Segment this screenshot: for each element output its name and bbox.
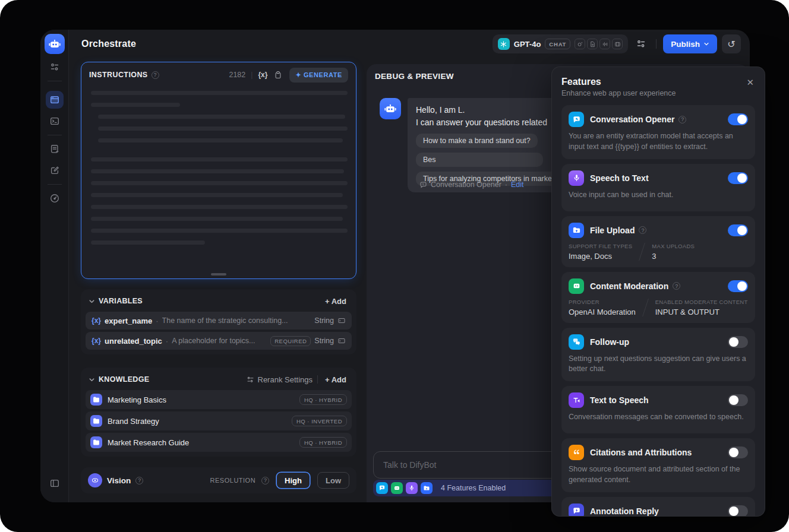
help-icon[interactable]: ? — [152, 71, 159, 79]
feature-card-content-moderation: Content Moderation ? PROVIDEROpenAI Mode… — [561, 272, 755, 323]
divider — [317, 375, 318, 384]
knowledge-row[interactable]: Market Research Guide HQ · HYBRID — [86, 433, 352, 452]
close-icon[interactable]: ✕ — [745, 77, 755, 88]
resolution-label: RESOLUTION — [210, 477, 256, 484]
variable-row[interactable]: {x} unrelated_topic · A placeholder for … — [86, 332, 352, 350]
chevron-down-icon[interactable] — [89, 298, 95, 305]
help-icon[interactable]: ? — [135, 477, 143, 484]
sidebar-item-annotations[interactable] — [46, 162, 64, 179]
instructions-label: INSTRUCTIONS — [89, 71, 148, 79]
feature-card-speech-to-text: Speech to Text Voice input can be used i… — [561, 164, 755, 211]
chevron-down-icon — [703, 41, 709, 47]
sliders-icon — [247, 376, 254, 384]
eye-icon — [88, 473, 102, 487]
vision-label: Vision — [107, 476, 131, 485]
suggested-question-chip[interactable]: Bes — [416, 153, 543, 167]
retrieval-badge: HQ · HYBRID — [299, 394, 347, 405]
features-panel: Features Enhance web app user experience… — [551, 66, 765, 517]
feature-card-file-upload: File Upload ? SUPPORT FILE TYPESImage, D… — [561, 216, 755, 267]
suggested-question-chip[interactable]: How to make a brand stand out? — [416, 134, 538, 148]
sidebar-divider — [48, 135, 62, 135]
model-tune-icon[interactable] — [633, 36, 649, 52]
speech-to-text-toggle[interactable] — [728, 172, 748, 184]
conversation-opener-toggle[interactable] — [728, 113, 748, 125]
sidebar-item-logs[interactable] — [46, 140, 64, 158]
sidebar-item-terminal[interactable] — [46, 112, 64, 130]
collapse-sidebar-icon[interactable] — [46, 474, 64, 492]
knowledge-row[interactable]: Marketing Basics HQ · HYBRID — [86, 390, 352, 409]
feature-card-citations: Citations and Attributions Show source d… — [561, 438, 755, 492]
resolution-high-button[interactable]: High — [276, 472, 310, 489]
follow-up-icon — [569, 334, 584, 350]
help-icon[interactable]: ? — [261, 477, 269, 484]
variable-icon: {x} — [91, 316, 101, 325]
file-upload-icon — [569, 223, 584, 238]
page-title: Orchestrate — [81, 39, 136, 49]
sliders-icon[interactable] — [50, 62, 59, 72]
insert-variable-icon[interactable]: {x} — [258, 71, 267, 79]
text-to-speech-toggle[interactable] — [728, 394, 748, 406]
char-count: 2182 — [229, 71, 245, 79]
feature-card-follow-up: Follow-up Setting up next questions sugg… — [561, 328, 755, 382]
help-icon[interactable]: ? — [678, 116, 686, 124]
chevron-down-icon[interactable] — [89, 376, 95, 383]
sidebar — [40, 30, 69, 502]
vision-section: Vision ? RESOLUTION ? High Low — [81, 467, 356, 493]
audio-capability-icon — [599, 39, 610, 49]
openai-icon — [498, 38, 510, 50]
rerank-settings-button[interactable]: Rerank Settings — [247, 375, 313, 384]
model-name: GPT-4o — [514, 40, 541, 49]
add-knowledge-button[interactable]: + Add — [323, 375, 349, 384]
annotation-reply-toggle[interactable] — [728, 505, 748, 517]
model-selector[interactable]: GPT-4o CHAT — [493, 34, 628, 53]
generate-button[interactable]: ✦ GENERATE — [289, 68, 348, 83]
file-upload-toggle[interactable] — [728, 224, 748, 236]
video-capability-icon — [612, 39, 623, 49]
variables-section: VARIABLES + Add {x} expert_name · The na… — [81, 289, 356, 354]
resolution-low-button[interactable]: Low — [317, 472, 349, 489]
sidebar-item-orchestrate[interactable] — [46, 91, 64, 109]
retrieval-badge: HQ · HYBRID — [299, 437, 347, 448]
header-divider — [656, 39, 657, 49]
knowledge-section: KNOWLEDGE Rerank Settings + Add Mar — [81, 368, 356, 457]
sidebar-divider — [48, 184, 62, 185]
citations-toggle[interactable] — [728, 446, 748, 458]
instructions-panel[interactable]: INSTRUCTIONS ? 2182 | {x} ✦ GENERATE — [81, 62, 356, 279]
copy-icon[interactable] — [274, 71, 282, 79]
add-variable-button[interactable]: + Add — [323, 297, 349, 306]
help-icon[interactable]: ? — [673, 282, 680, 290]
app-logo-robot-icon[interactable] — [45, 34, 65, 54]
edit-opener-link[interactable]: Edit — [511, 180, 524, 189]
instructions-skeleton[interactable] — [81, 87, 356, 245]
sidebar-item-monitoring[interactable] — [46, 189, 64, 207]
features-title: Features — [561, 77, 676, 87]
version-history-button[interactable]: ↺ — [722, 34, 741, 53]
debug-preview-title: DEBUG & PREVIEW — [375, 72, 454, 81]
conversation-opener-icon — [376, 482, 388, 494]
publish-button[interactable]: Publish — [663, 34, 717, 53]
follow-up-toggle[interactable] — [728, 336, 748, 348]
features-subtitle: Enhance web app user experience — [561, 89, 676, 97]
knowledge-row[interactable]: Brand Strategy HQ · INVERTED — [86, 411, 352, 430]
variable-icon: {x} — [91, 337, 101, 345]
feature-card-conversation-opener: Conversation Opener ? You are an entity … — [561, 105, 755, 159]
model-capability-badges — [575, 39, 623, 49]
help-icon[interactable]: ? — [639, 226, 646, 234]
text-to-speech-icon — [569, 392, 584, 408]
feature-card-annotation-reply: Annotation Reply — [561, 497, 755, 517]
annotation-reply-icon — [569, 504, 584, 517]
folder-icon — [90, 415, 102, 427]
resize-handle[interactable] — [211, 273, 226, 276]
chat-bubble-icon — [419, 181, 427, 189]
app-canvas: Orchestrate GPT-4o CHAT — [0, 0, 789, 532]
meta-divider — [642, 299, 649, 316]
variable-row[interactable]: {x} expert_name · The name of the strate… — [86, 312, 352, 330]
content-moderation-icon — [391, 482, 403, 494]
content-moderation-toggle[interactable] — [728, 280, 748, 292]
vision-capability-icon — [575, 39, 585, 49]
opener-meta-row: Conversation Opener · Edit — [419, 180, 524, 189]
folder-icon — [90, 394, 102, 406]
meta-divider — [639, 243, 645, 261]
field-type-icon — [337, 316, 346, 325]
content-moderation-icon — [569, 278, 584, 294]
